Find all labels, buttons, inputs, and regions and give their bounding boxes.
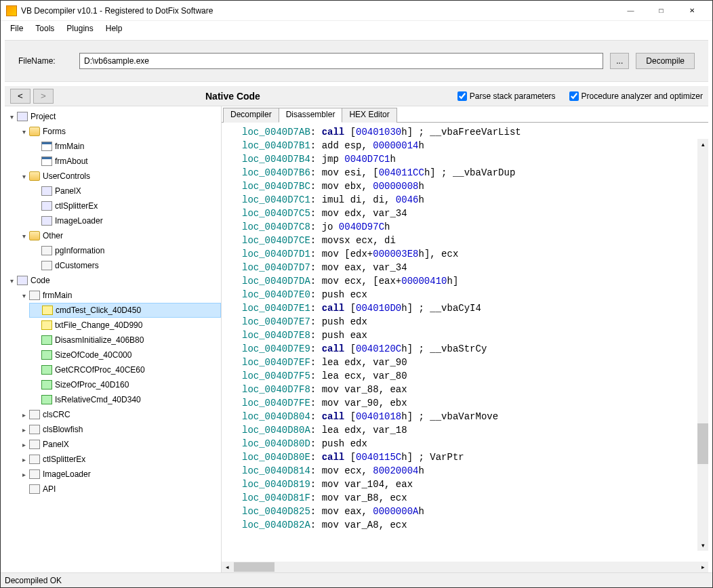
tree-clsblowfish[interactable]: ▸clsBlowfish [17,422,221,437]
tree-project[interactable]: ▾Project [5,109,221,124]
filename-input[interactable] [79,53,603,69]
code-line[interactable]: loc_0040D7BC: mov ebx, 00000008h [242,180,708,193]
tree-cmdtest[interactable]: cmdTest_Click_40D450 [29,303,221,318]
code-viewer[interactable]: loc_0040D7AB: call [00401030h] ; __vbaFr… [222,123,708,534]
titlebar: VB Decompiler v10.1 - Registered to DotF… [1,1,712,21]
tree-imageloader[interactable]: ImageLoader [29,213,221,228]
tree-panelx2[interactable]: ▸PanelX [17,437,221,452]
browse-button[interactable]: ... [610,53,629,69]
code-line[interactable]: loc_0040D804: call [00401018h] ; __vbaVa… [242,410,708,423]
menu-tools[interactable]: Tools [30,22,60,35]
code-line[interactable]: loc_0040D7C1: imul di, di, 0046h [242,193,708,207]
code-line[interactable]: loc_0040D7C5: mov edx, var_34 [242,207,708,220]
code-line[interactable]: loc_0040D7E0: push ecx [242,288,708,301]
code-line[interactable]: loc_0040D7F8: mov var_88, eax [242,383,708,396]
nav-forward-button[interactable]: > [33,89,54,104]
code-line[interactable]: loc_0040D7AB: call [00401030h] ; __vbaFr… [242,125,708,139]
horizontal-scrollbar[interactable]: ◂ ▸ [222,562,708,572]
tab-hex[interactable]: HEX Editor [342,108,396,123]
tree-dcustomers[interactable]: dCustomers [29,258,221,273]
folder-icon [29,127,40,136]
close-button[interactable]: ✕ [676,1,707,20]
code-line[interactable]: loc_0040D819: mov var_104, eax [242,478,708,491]
code-line[interactable]: loc_0040D7DA: mov ecx, [eax+00000410h] [242,274,708,288]
menu-help[interactable]: Help [100,22,128,35]
tree-sizeofproc[interactable]: SizeOfProc_40D160 [29,377,221,392]
vertical-scrollbar[interactable]: ▴ ▾ [697,139,708,551]
code-line[interactable]: loc_0040D7CE: movsx ecx, di [242,234,708,247]
scroll-down-icon[interactable]: ▾ [697,540,708,551]
code-line[interactable]: loc_0040D825: mov eax, 0000000Ah [242,505,708,518]
tree-sizeofcode[interactable]: SizeOfCode_40C000 [29,348,221,362]
tree-forms[interactable]: ▾Forms [17,124,221,139]
tab-disassembler[interactable]: Disassembler [279,108,343,123]
tree-getcrc[interactable]: GetCRCOfProc_40CE60 [29,362,221,377]
code-line[interactable]: loc_0040D7D7: mov eax, var_34 [242,261,708,274]
tree-ctlsplitter[interactable]: ctlSplitterEx [29,198,221,213]
optimizer-checkbox[interactable] [569,91,579,101]
proc-icon [41,350,52,360]
nav-back-button[interactable]: < [10,89,30,104]
code-line[interactable]: loc_0040D7EF: lea edx, var_90 [242,356,708,369]
tree-panelx[interactable]: PanelX [29,184,221,198]
code-line[interactable]: loc_0040D82A: mov var_A8, ecx [242,518,708,532]
status-text: Decompiled OK [5,576,62,585]
code-line[interactable]: loc_0040D80A: lea edx, var_18 [242,423,708,437]
code-line[interactable]: loc_0040D7FE: mov var_90, ebx [242,396,708,410]
tree-code[interactable]: ▾Code [5,273,221,288]
parse-stack-checkbox[interactable] [457,91,467,101]
tree-clscrc[interactable]: ▸clsCRC [17,407,221,422]
code-line[interactable]: loc_0040D7B1: add esp, 00000014h [242,139,708,152]
code-line[interactable]: loc_0040D7B4: jmp 0040D7C1h [242,152,708,166]
tree-ctlsplitter2[interactable]: ▸ctlSplitterEx [17,452,221,467]
tree-api[interactable]: API [17,482,221,497]
code-line[interactable]: loc_0040D80D: push edx [242,437,708,450]
tree-other[interactable]: ▾Other [17,228,221,243]
optimizer-label: Procedure analyzer and optimizer [582,91,703,101]
hscroll-thumb[interactable] [234,562,274,572]
tree-usercontrols[interactable]: ▾UserControls [17,169,221,184]
tree-frmabout[interactable]: frmAbout [29,154,221,169]
optimizer-checkbox-wrap[interactable]: Procedure analyzer and optimizer [569,91,703,101]
app-icon [6,5,17,16]
tree-isrelative[interactable]: IsRelativeCmd_40D340 [29,392,221,407]
parse-stack-label: Parse stack parameters [470,91,556,101]
code-line[interactable]: loc_0040D7D1: mov [edx+000003E8h], ecx [242,247,708,261]
tree-pginfo[interactable]: pgInformation [29,243,221,258]
menu-file[interactable]: File [5,22,28,35]
window-title: VB Decompiler v10.1 - Registered to DotF… [21,6,615,16]
maximize-button[interactable]: □ [646,1,676,20]
scroll-up-icon[interactable]: ▴ [697,139,708,150]
scroll-thumb[interactable] [697,423,708,464]
code-line[interactable]: loc_0040D7E7: push edx [242,315,708,329]
folder-icon [29,231,40,240]
form-icon [41,142,52,151]
code-line[interactable]: loc_0040D7F5: lea ecx, var_80 [242,369,708,383]
tree-txtfile[interactable]: txtFile_Change_40D990 [29,318,221,333]
scroll-right-icon[interactable]: ▸ [697,562,708,572]
tree-disasminit[interactable]: DisasmInitialize_406B80 [29,333,221,348]
decompile-button[interactable]: Decompile [636,53,695,69]
tree-imageloader2[interactable]: ▸ImageLoader [17,467,221,482]
code-line[interactable]: loc_0040D7B6: mov esi, [004011CCh] ; __v… [242,166,708,180]
code-line[interactable]: loc_0040D80E: call [0040115Ch] ; VarPtr [242,450,708,464]
scroll-left-icon[interactable]: ◂ [222,562,232,572]
code-line[interactable]: loc_0040D7E9: call [0040120Ch] ; __vbaSt… [242,342,708,356]
code-line[interactable]: loc_0040D814: mov ecx, 80020004h [242,464,708,478]
code-line[interactable]: loc_0040D7E1: call [004010D0h] ; __vbaCy… [242,301,708,315]
parse-stack-checkbox-wrap[interactable]: Parse stack parameters [457,91,556,101]
code-line[interactable]: loc_0040D81F: mov var_B8, ecx [242,491,708,505]
native-code-label: Native Code [205,91,260,102]
menubar: File Tools Plugins Help [1,21,712,36]
minimize-button[interactable]: — [615,1,646,20]
module-icon [29,410,40,419]
module-icon [41,261,52,270]
tree-code-frmmain[interactable]: ▾frmMain [17,288,221,303]
tabs-row: Decompiler Disassembler HEX Editor [222,106,708,123]
code-line[interactable]: loc_0040D7E8: push eax [242,329,708,342]
tree-frmmain[interactable]: frmMain [29,139,221,154]
code-line[interactable]: loc_0040D7C8: jo 0040D97Ch [242,220,708,234]
tab-decompiler[interactable]: Decompiler [223,108,279,123]
menu-plugins[interactable]: Plugins [61,22,98,35]
tree-panel[interactable]: ▾Project ▾Forms frmMain frmAbout ▾UserCo… [5,106,222,572]
